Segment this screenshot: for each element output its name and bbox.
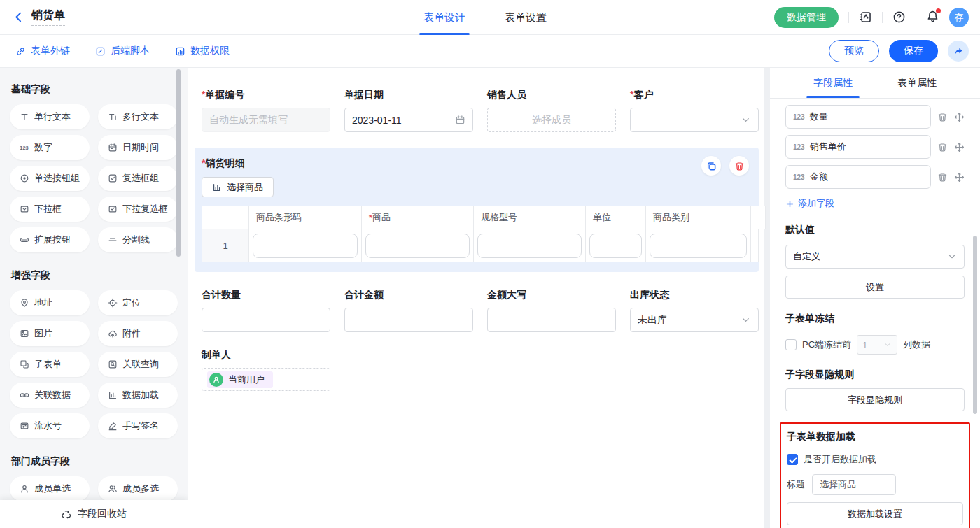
sidebar-scrollbar[interactable]	[176, 69, 181, 257]
field-creator[interactable]: 制单人 当前用户	[202, 349, 750, 391]
doc-number-input[interactable]: 自动生成无需填写	[202, 108, 330, 132]
data-load-title-input[interactable]: 选择商品	[812, 474, 896, 495]
cell-unit	[586, 229, 646, 262]
section-title-member-fields: 部门成员字段	[11, 455, 178, 468]
trash-icon[interactable]	[937, 142, 948, 152]
palette-item-location[interactable]: 定位	[98, 290, 178, 315]
subfield-price[interactable]: 123销售单价	[785, 135, 931, 159]
unit-input[interactable]	[589, 234, 642, 258]
palette-item-datetime[interactable]: 日期时间	[98, 135, 178, 160]
delete-field-button[interactable]	[729, 156, 749, 176]
field-total-amount[interactable]: 合计金额	[344, 289, 473, 332]
palette-item-ext-button[interactable]: 扩展按钮	[10, 227, 90, 252]
subfield-amount[interactable]: 123金额	[785, 165, 931, 189]
datetime-icon	[108, 143, 118, 152]
panel-scrollbar[interactable]	[973, 236, 977, 414]
default-value-select[interactable]: 自定义	[785, 245, 965, 269]
calendar-icon	[455, 115, 465, 125]
data-load-enable-row: 是否开启数据加载	[787, 453, 963, 466]
field-doc-number[interactable]: *单据编号 自动生成无需填写	[202, 89, 330, 132]
palette-item-subform[interactable]: 子表单	[10, 352, 90, 377]
move-icon[interactable]	[954, 142, 965, 152]
data-load-settings-button[interactable]: 数据加载设置	[787, 502, 963, 525]
notifications-button[interactable]	[926, 10, 939, 25]
add-field-button[interactable]: 添加字段	[785, 197, 965, 210]
customer-select[interactable]	[630, 108, 759, 132]
category-input[interactable]	[650, 234, 747, 258]
data-load-title-row: 标题 选择商品	[787, 474, 963, 495]
location-icon	[108, 298, 118, 308]
trash-icon[interactable]	[937, 172, 948, 183]
save-button[interactable]: 保存	[889, 40, 938, 62]
creator-picker[interactable]: 当前用户	[202, 368, 330, 391]
form-canvas: *单据编号 自动生成无需填写 单据日期 2023-01-11 销售人员 选择成员…	[188, 68, 764, 528]
palette-item-checkbox-group[interactable]: 复选框组	[98, 166, 178, 191]
palette-item-linked-data[interactable]: 关联数据	[10, 383, 90, 408]
palette-label: 数字	[34, 141, 52, 154]
backend-script-link[interactable]: 后端脚本	[95, 45, 150, 57]
field-recycle-bin[interactable]: 字段回收站	[0, 500, 188, 528]
palette-item-divider[interactable]: 分割线	[98, 227, 178, 252]
copy-field-button[interactable]	[701, 156, 721, 176]
palette-item-multiselect[interactable]: 下拉复选框	[98, 197, 178, 222]
data-permission-link[interactable]: 数据权限	[175, 45, 230, 57]
palette-item-image[interactable]: 图片	[10, 321, 90, 346]
data-manage-button[interactable]: 数据管理	[774, 7, 839, 28]
default-value-set-button[interactable]: 设置	[785, 276, 965, 299]
palette-item-lookup[interactable]: 关联查询	[98, 352, 178, 377]
back-icon[interactable]	[13, 11, 24, 23]
tab-form-settings[interactable]: 表单设置	[505, 0, 547, 35]
outbound-status-select[interactable]: 未出库	[630, 308, 759, 332]
field-amount-words[interactable]: 金额大写	[487, 289, 616, 332]
palette-item-member-multi[interactable]: 成员多选	[98, 476, 178, 501]
palette-label: 数据加载	[122, 389, 159, 401]
select-icon	[20, 204, 29, 214]
spec-input[interactable]	[477, 234, 582, 258]
sales-person-picker[interactable]: 选择成员	[487, 108, 616, 132]
field-customer[interactable]: *客户	[630, 89, 759, 132]
palette-item-multi-text[interactable]: 多行文本	[98, 104, 178, 129]
subform-icon	[20, 359, 29, 369]
doc-date-input[interactable]: 2023-01-11	[344, 108, 473, 132]
help-icon[interactable]	[892, 10, 906, 24]
field-doc-date[interactable]: 单据日期 2023-01-11	[344, 89, 473, 132]
preview-button[interactable]: 预览	[829, 40, 879, 62]
palette-item-data-load[interactable]: 数据加载	[98, 383, 178, 408]
field-sales-person[interactable]: 销售人员 选择成员	[487, 89, 616, 132]
visibility-rules-button[interactable]: 字段显隐规则	[785, 388, 965, 411]
subfield-qty[interactable]: 123数量	[785, 105, 931, 129]
total-qty-input[interactable]	[202, 308, 330, 332]
tab-form-properties[interactable]: 表单属性	[897, 68, 937, 98]
palette-item-radio-group[interactable]: 单选按钮组	[10, 166, 90, 191]
freeze-count-select[interactable]: 1	[857, 335, 897, 355]
field-outbound-status[interactable]: 出库状态 未出库	[630, 289, 759, 332]
palette-item-address[interactable]: 地址	[10, 290, 90, 315]
avatar[interactable]: 存	[949, 8, 969, 27]
palette-item-single-text[interactable]: 单行文本	[10, 104, 90, 129]
move-icon[interactable]	[954, 112, 965, 122]
field-label: 单据日期	[344, 89, 384, 100]
share-button[interactable]	[948, 41, 969, 62]
tab-form-design[interactable]: 表单设计	[424, 0, 465, 35]
form-external-link[interactable]: 表单外链	[15, 45, 70, 57]
select-product-button[interactable]: 选择商品	[202, 177, 274, 197]
palette-item-select[interactable]: 下拉框	[10, 197, 90, 222]
total-amount-input[interactable]	[344, 308, 473, 332]
palette-item-number[interactable]: 123数字	[10, 135, 90, 160]
move-icon[interactable]	[954, 172, 965, 183]
palette-item-member-single[interactable]: 成员单选	[10, 476, 90, 501]
address-book-icon[interactable]	[859, 10, 872, 24]
tab-field-properties[interactable]: 字段属性	[813, 68, 853, 98]
palette-item-attachment[interactable]: 附件	[98, 321, 178, 346]
amount-words-input[interactable]	[487, 308, 616, 332]
product-input[interactable]	[365, 234, 470, 258]
trash-icon[interactable]	[937, 112, 948, 122]
field-total-qty[interactable]: 合计数量	[202, 289, 330, 332]
subform-sales-detail[interactable]: *销货明细 选择商品 商品条形码 *商品 规格型号 单位 商品类别 1	[195, 148, 759, 272]
freeze-checkbox[interactable]	[785, 339, 797, 350]
data-load-checkbox[interactable]	[787, 454, 798, 465]
palette-item-serial[interactable]: 流水号	[10, 413, 90, 438]
barcode-input[interactable]	[253, 234, 358, 258]
share-icon	[953, 46, 964, 57]
palette-item-signature[interactable]: 手写签名	[98, 413, 178, 438]
